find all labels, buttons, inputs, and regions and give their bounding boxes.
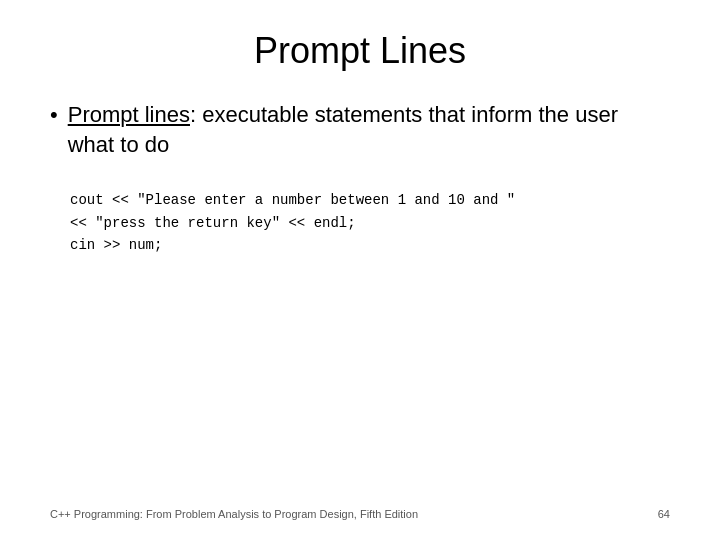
slide-footer: C++ Programming: From Problem Analysis t…	[50, 498, 670, 520]
code-line-3: cin >> num;	[70, 234, 670, 256]
code-block: cout << "Please enter a number between 1…	[70, 189, 670, 256]
slide-title: Prompt Lines	[50, 30, 670, 72]
bullet-item-prompt-lines: • Prompt lines: executable statements th…	[50, 100, 670, 159]
bullet-dot: •	[50, 100, 58, 130]
code-line-2: << "press the return key" << endl;	[70, 212, 670, 234]
bullet-underline-text: Prompt lines	[68, 102, 190, 127]
code-line-1: cout << "Please enter a number between 1…	[70, 189, 670, 211]
slide-content: • Prompt lines: executable statements th…	[50, 100, 670, 498]
footer-page-number: 64	[658, 508, 670, 520]
slide: Prompt Lines • Prompt lines: executable …	[0, 0, 720, 540]
footer-text: C++ Programming: From Problem Analysis t…	[50, 508, 418, 520]
bullet-text: Prompt lines: executable statements that…	[68, 100, 670, 159]
